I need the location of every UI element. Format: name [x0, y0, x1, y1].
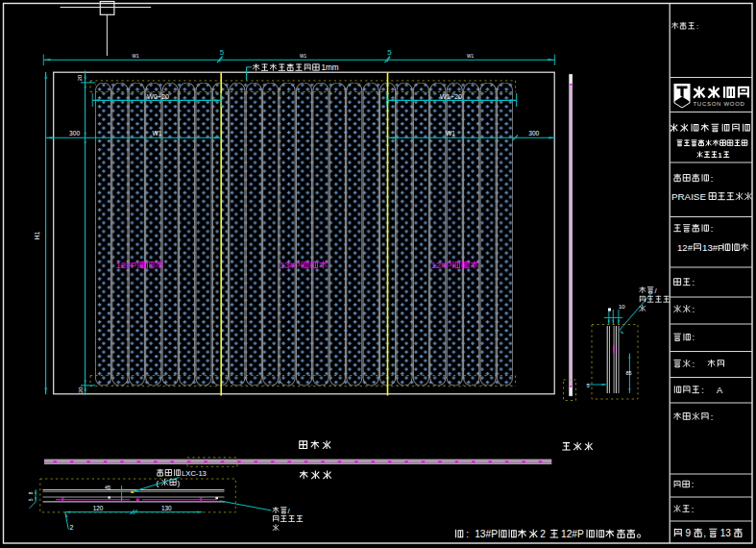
svg-text::: : [693, 333, 695, 342]
svg-text:20: 20 [77, 75, 83, 81]
svg-text:W1: W1 [153, 130, 162, 137]
svg-text::: : [693, 360, 695, 369]
svg-text:LXC-13: LXC-13 [182, 469, 207, 478]
svg-text:W1: W1 [133, 54, 139, 59]
svg-text:130: 130 [161, 505, 172, 511]
svg-text:13#P: 13#P [475, 529, 498, 539]
svg-text:TUCSON WOOD: TUCSON WOOD [694, 101, 745, 107]
svg-text:): ) [178, 479, 181, 487]
svg-text::: : [701, 386, 704, 395]
svg-text:(: ( [157, 479, 159, 487]
svg-text:45: 45 [105, 485, 110, 490]
svg-text:85: 85 [626, 370, 632, 376]
svg-text::: : [693, 305, 695, 314]
svg-text:W1: W1 [467, 54, 474, 59]
svg-text:12#P: 12#P [561, 529, 584, 539]
svg-text:300: 300 [528, 130, 539, 137]
svg-text:13#P: 13#P [280, 261, 301, 270]
svg-text:120: 120 [93, 505, 104, 511]
svg-text:A: A [717, 386, 723, 395]
svg-text:13: 13 [720, 528, 732, 538]
svg-text:5: 5 [387, 48, 392, 57]
svg-text:1mm: 1mm [322, 63, 339, 72]
svg-text::: : [692, 505, 694, 514]
svg-text::: : [711, 412, 714, 422]
svg-text:10: 10 [619, 304, 625, 310]
svg-text:8: 8 [28, 491, 34, 494]
svg-text:12#P: 12#P [431, 261, 452, 270]
svg-text::: : [692, 480, 694, 489]
svg-text:5: 5 [587, 383, 590, 388]
svg-text:H1: H1 [34, 231, 40, 239]
svg-text:12#P: 12#P [116, 261, 137, 270]
svg-text:,: , [703, 528, 706, 538]
svg-text:1: 1 [719, 151, 722, 160]
svg-text:12#: 12# [677, 242, 694, 253]
svg-text:W1: W1 [446, 130, 455, 137]
svg-text:13#P: 13#P [702, 242, 723, 253]
svg-text::: : [466, 529, 469, 539]
svg-text:20: 20 [78, 387, 84, 393]
svg-text:5: 5 [220, 48, 225, 57]
svg-text::: : [696, 22, 698, 31]
svg-text::: : [711, 224, 714, 234]
svg-text:5: 5 [28, 498, 34, 501]
svg-text:2: 2 [70, 524, 74, 531]
svg-text:2: 2 [540, 529, 546, 539]
svg-text::: : [711, 174, 714, 184]
svg-text::: : [693, 278, 695, 287]
svg-text:300: 300 [69, 130, 80, 137]
svg-text:PRAISE: PRAISE [671, 191, 706, 202]
svg-text:W0+20: W0+20 [147, 92, 169, 101]
svg-text:9: 9 [686, 528, 692, 538]
svg-text:W1: W1 [300, 54, 306, 59]
svg-text:W1+20: W1+20 [440, 92, 462, 101]
